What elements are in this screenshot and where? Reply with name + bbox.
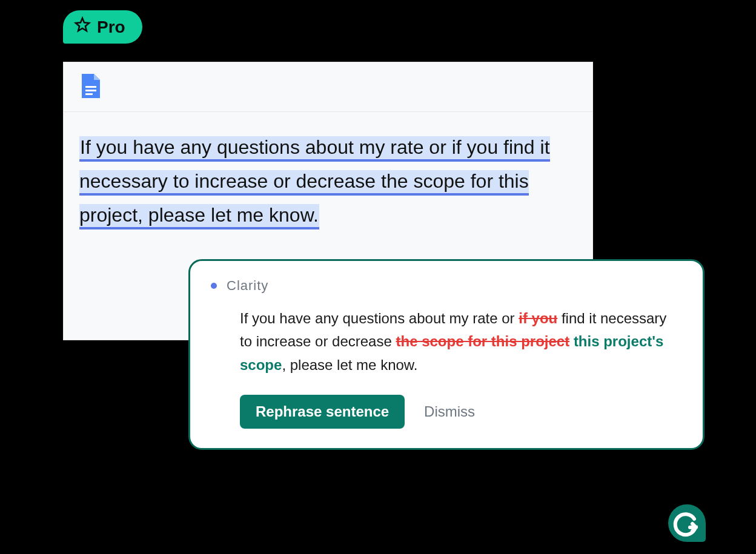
svg-rect-1 (85, 90, 96, 91)
suggestion-card: Clarity If you have any questions about … (188, 259, 705, 450)
suggestion-text: If you have any questions about my rate … (240, 307, 682, 377)
svg-rect-2 (85, 93, 93, 95)
suggestion-segment: If you have any questions about my rate … (240, 310, 519, 326)
grammarly-icon[interactable] (668, 504, 706, 542)
dismiss-button[interactable]: Dismiss (422, 400, 477, 424)
removed-text: if you (519, 310, 557, 326)
google-docs-icon (81, 73, 101, 102)
document-header (64, 62, 592, 112)
removed-text: the scope for this project (396, 333, 569, 349)
svg-rect-0 (85, 86, 96, 88)
suggestion-header: Clarity (211, 278, 682, 294)
suggestion-segment: , please let me know. (282, 357, 417, 373)
suggestion-category: Clarity (227, 278, 268, 294)
document-body[interactable]: If you have any questions about my rate … (64, 112, 592, 250)
pro-badge-label: Pro (97, 18, 125, 37)
suggestion-actions: Rephrase sentence Dismiss (240, 395, 682, 429)
highlighted-sentence[interactable]: If you have any questions about my rate … (79, 136, 550, 229)
rephrase-button[interactable]: Rephrase sentence (240, 395, 405, 429)
category-dot-icon (211, 283, 217, 289)
star-icon (74, 16, 91, 38)
pro-badge: Pro (63, 10, 142, 44)
